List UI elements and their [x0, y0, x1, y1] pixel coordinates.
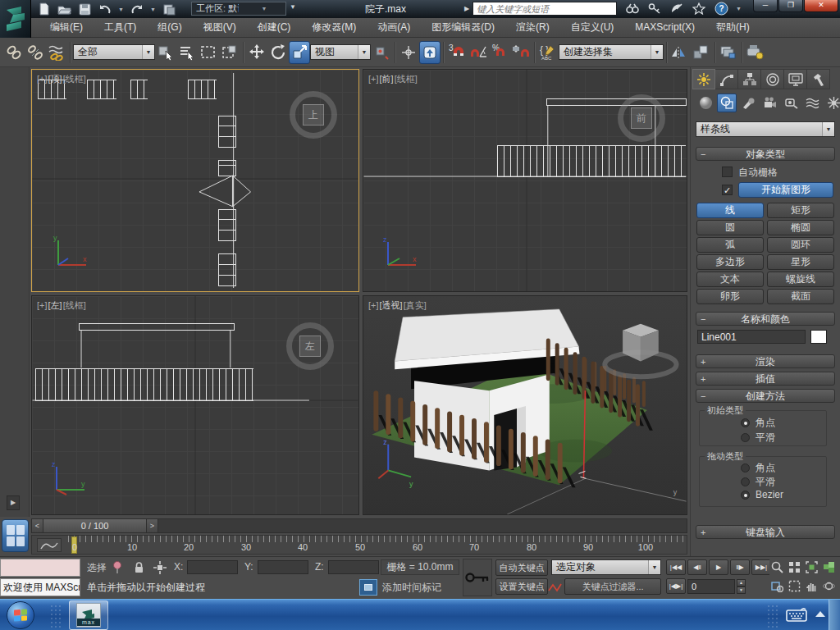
close-button[interactable]: ✕ [804, 0, 838, 12]
viewport-name[interactable]: [透视] [380, 300, 403, 310]
autogrid-checkbox[interactable] [722, 167, 733, 177]
rollout-rendering[interactable]: + 渲染 [696, 354, 835, 368]
use-pivot-point-center-button[interactable] [419, 41, 441, 64]
subscription-button[interactable] [647, 1, 662, 16]
menu-tools[interactable]: 工具(T) [94, 18, 147, 37]
radio-initial-smooth[interactable]: 平滑 [741, 431, 775, 445]
edit-named-selection-sets-button[interactable]: {}ABC [537, 41, 559, 64]
viewport-menu-plus[interactable]: [+] [368, 74, 379, 84]
angle-snap-toggle-button[interactable] [468, 41, 489, 64]
shape-button-donut[interactable]: 圆环 [767, 237, 834, 253]
zoom-button[interactable] [769, 559, 785, 575]
viewport-name[interactable]: [左] [48, 300, 62, 310]
workspace-dropdown[interactable]: 工作区: 默认 ▼ [191, 2, 286, 16]
render-setup-button[interactable] [745, 41, 766, 64]
communication-center-button[interactable] [669, 1, 684, 16]
set-key-button[interactable]: 设置关键点 [495, 578, 548, 595]
zoom-extents-button[interactable] [804, 559, 819, 575]
viewport-shading[interactable]: [线框] [63, 74, 86, 84]
named-selection-sets-dropdown[interactable]: 创建选择集 ▼ [559, 44, 664, 60]
undo-dropdown-arrow[interactable]: ▼ [118, 7, 124, 12]
zoom-all-button[interactable] [787, 559, 802, 575]
next-key-button[interactable]: ‖▶ [730, 559, 750, 575]
favorites-button[interactable] [692, 1, 706, 16]
viewport-menu-plus[interactable]: [+] [37, 74, 48, 84]
viewport-top[interactable]: [+][顶][线框] 上 y x [31, 69, 359, 292]
align-button[interactable] [691, 41, 712, 64]
frame-spinner[interactable]: ▲▼ [737, 579, 746, 594]
select-and-place-button[interactable] [398, 41, 419, 64]
y-coordinate-field[interactable] [258, 560, 308, 574]
tab-motion[interactable] [761, 69, 784, 89]
communicate-window-button[interactable] [359, 579, 377, 596]
viewcube[interactable]: 前 [618, 94, 665, 142]
z-coordinate-field[interactable] [328, 560, 379, 574]
maximize-button[interactable]: ❐ [778, 0, 803, 12]
category-cameras[interactable] [760, 94, 779, 112]
save-file-button[interactable] [77, 2, 92, 16]
shape-button-ellipse[interactable]: 椭圆 [767, 220, 834, 235]
snaps-toggle-button[interactable]: 3 [446, 41, 468, 64]
pan-view-button[interactable] [804, 578, 819, 594]
select-and-move-button[interactable] [246, 41, 267, 64]
key-filters-button[interactable]: 关键点过滤器... [564, 578, 661, 595]
next-frame-button[interactable]: > [147, 519, 158, 532]
time-slider[interactable]: < 0 / 100 > [31, 518, 687, 533]
go-to-start-button[interactable]: |◀◀ [666, 559, 686, 575]
mirror-button[interactable] [669, 41, 691, 64]
viewport-menu-plus[interactable]: [+] [37, 300, 48, 310]
menu-graph-editors[interactable]: 图形编辑器(D) [421, 18, 505, 37]
category-geometry[interactable] [696, 94, 715, 112]
time-slider-handle[interactable]: 0 / 100 [43, 519, 147, 532]
shape-button-egg[interactable]: 卵形 [696, 289, 764, 304]
viewport-name[interactable]: [前] [380, 74, 394, 84]
current-frame-field[interactable]: 0 [687, 579, 735, 594]
rollout-keyboard-entry[interactable]: + 键盘输入 [696, 525, 835, 539]
viewport-menu-plus[interactable]: [+] [368, 300, 379, 310]
maxscript-mini-listener[interactable] [0, 559, 80, 577]
shape-button-arc[interactable]: 弧 [696, 237, 764, 253]
percent-snap-toggle-button[interactable]: % [489, 41, 510, 64]
auto-key-button[interactable]: 自动关键点 [495, 559, 548, 576]
go-to-end-button[interactable]: ▶▶| [751, 559, 771, 575]
menu-edit[interactable]: 编辑(E) [39, 18, 94, 37]
search-input[interactable] [472, 2, 617, 16]
key-filter-set-dropdown[interactable]: 选定对象 ▼ [551, 559, 661, 575]
redo-button[interactable] [130, 2, 144, 16]
menu-group[interactable]: 组(G) [147, 18, 192, 37]
previous-frame-button[interactable]: < [32, 519, 43, 532]
shape-button-rectangle[interactable]: 矩形 [767, 203, 834, 218]
shape-button-text[interactable]: 文本 [696, 272, 764, 287]
open-explorer-arrow-button[interactable]: ▶ [7, 495, 20, 510]
category-shapes[interactable] [717, 94, 737, 112]
viewport-front[interactable]: [+][前][线框] 前 z x [363, 69, 687, 292]
taskbar-3dsmax-button[interactable]: max [69, 600, 108, 630]
zoom-region-button[interactable] [787, 578, 802, 594]
viewport-name[interactable]: [顶] [48, 74, 62, 84]
menu-views[interactable]: 视图(V) [193, 18, 247, 37]
maxscript-listener-line[interactable]: 欢迎使用 MAXScr [0, 578, 80, 596]
help-dropdown-arrow[interactable]: ▼ [736, 6, 742, 11]
workspace-flyout-arrow[interactable]: ▼ [290, 3, 296, 11]
rollout-name-color[interactable]: − 名称和颜色 [696, 312, 835, 326]
redo-dropdown-arrow[interactable]: ▼ [150, 7, 156, 12]
category-systems[interactable] [824, 94, 840, 112]
absolute-offset-mode-toggle[interactable] [151, 559, 169, 576]
use-center-flyout-button[interactable] [371, 41, 392, 64]
start-new-shape-button[interactable]: 开始新图形 [738, 182, 833, 198]
show-hidden-icons-button[interactable] [815, 611, 825, 617]
viewport-left[interactable]: [+][左][线框] 左 z y [31, 295, 359, 515]
field-of-view-button[interactable] [769, 578, 785, 594]
tab-hierarchy[interactable] [738, 69, 761, 89]
tab-utilities[interactable] [807, 69, 830, 89]
selection-filter-dropdown[interactable]: 全部 ▼ [73, 44, 155, 60]
isolate-selection-toggle[interactable] [108, 559, 126, 576]
bind-to-space-warp-button[interactable] [46, 41, 67, 64]
select-and-scale-button[interactable] [289, 41, 310, 64]
reference-coordinate-system-dropdown[interactable]: 视图 ▼ [310, 44, 371, 60]
rollout-object-type[interactable]: − 对象类型 [696, 147, 835, 161]
menu-rendering[interactable]: 渲染(R) [505, 18, 560, 37]
undo-button[interactable] [98, 2, 112, 16]
shape-button-star[interactable]: 星形 [767, 254, 834, 270]
shape-button-circle[interactable]: 圆 [696, 220, 764, 235]
